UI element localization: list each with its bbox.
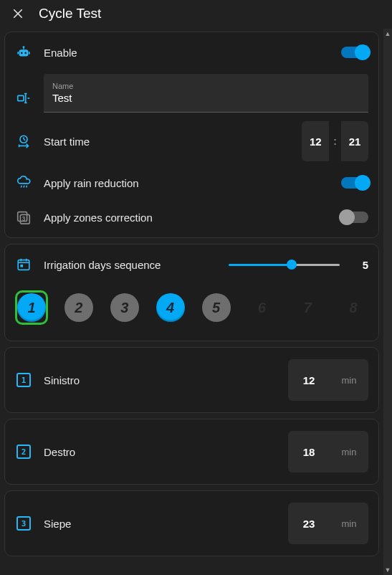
zone-duration-value: 12 <box>288 374 330 386</box>
day-chip-wrap-2: 2 <box>64 290 94 325</box>
svg-line-21 <box>27 186 27 188</box>
zone-name: Destro <box>44 446 277 458</box>
close-button[interactable] <box>10 6 26 22</box>
zone-duration-input[interactable]: 12min <box>288 359 368 401</box>
day-chip-5[interactable]: 5 <box>202 293 231 322</box>
svg-rect-9 <box>18 95 24 100</box>
svg-rect-7 <box>17 52 19 54</box>
zones-correction-label: Apply zones correction <box>44 212 330 224</box>
zone-index-icon: 1 <box>16 373 31 387</box>
zone-duration-unit: min <box>330 518 368 529</box>
zone-row-3: 3Siepe23min <box>5 494 378 553</box>
zone-duration-input[interactable]: 23min <box>288 503 368 544</box>
row-sequence: Irrigation days sequence 5 <box>5 247 378 282</box>
calendar-icon <box>16 257 32 272</box>
name-input[interactable]: Name Test <box>44 74 368 113</box>
day-chip-wrap-6: 6 <box>247 290 277 325</box>
enable-label: Enable <box>44 47 330 59</box>
day-chip-wrap-8: 8 <box>338 290 368 325</box>
sequence-card: Irrigation days sequence 5 12345678 <box>4 244 379 341</box>
day-chip-wrap-4: 4 <box>156 290 186 325</box>
day-chip-4[interactable]: 4 <box>156 293 185 322</box>
svg-line-20 <box>24 186 24 188</box>
day-chips: 12345678 <box>5 282 378 338</box>
start-time-hour[interactable]: 12 <box>302 121 329 161</box>
zone-duration-value: 23 <box>288 518 330 530</box>
start-time-label: Start time <box>44 136 290 148</box>
header: Cycle Test <box>0 0 383 32</box>
zone-card-2: 2Destro18min <box>4 419 379 485</box>
zones-correction-toggle[interactable] <box>341 212 368 223</box>
zone-duration-input[interactable]: 18min <box>288 431 368 472</box>
start-time-minute[interactable]: 21 <box>341 121 368 161</box>
zones-correction-icon: 3 <box>16 209 32 225</box>
rain-toggle[interactable] <box>341 177 368 189</box>
scrollbar-down-arrow[interactable]: ▼ <box>383 565 392 575</box>
rain-label: Apply rain reduction <box>44 177 330 189</box>
row-start-time: Start time 12 : 21 <box>5 117 378 166</box>
name-field-value: Test <box>52 92 360 104</box>
scrollbar-up-arrow[interactable]: ▲ <box>383 29 392 39</box>
zone-name: Sinistro <box>44 374 277 386</box>
zone-duration-value: 18 <box>288 446 330 458</box>
day-chip-wrap-1: 1 <box>15 290 48 325</box>
close-icon <box>11 7 24 20</box>
svg-line-19 <box>21 186 21 188</box>
zone-index-icon: 3 <box>16 516 31 531</box>
zone-name: Siepe <box>44 518 277 530</box>
day-chip-6[interactable]: 6 <box>247 293 276 322</box>
day-chip-3[interactable]: 3 <box>110 293 139 322</box>
row-zones-correction: 3 Apply zones correction <box>5 200 378 234</box>
day-chip-1[interactable]: 1 <box>17 293 46 322</box>
day-chip-8[interactable]: 8 <box>339 293 368 322</box>
sequence-label: Irrigation days sequence <box>44 259 217 271</box>
zone-card-3: 3Siepe23min <box>4 490 379 556</box>
rename-icon <box>16 90 32 106</box>
time-colon: : <box>333 136 337 147</box>
sequence-slider[interactable] <box>229 257 340 272</box>
zone-index-icon: 2 <box>16 445 31 459</box>
svg-rect-4 <box>19 49 29 56</box>
day-chip-2[interactable]: 2 <box>64 293 93 322</box>
svg-point-6 <box>24 52 27 54</box>
name-field-label: Name <box>52 82 360 90</box>
day-chip-wrap-3: 3 <box>110 290 140 325</box>
sequence-value: 5 <box>351 259 368 271</box>
row-rain: Apply rain reduction <box>5 166 378 200</box>
svg-text:3: 3 <box>22 216 26 222</box>
zone-row-2: 2Destro18min <box>5 422 378 481</box>
svg-rect-29 <box>20 265 23 267</box>
zone-duration-unit: min <box>330 447 368 457</box>
scrollbar[interactable]: ▲ ▼ <box>383 29 392 575</box>
row-enable: Enable <box>5 35 378 70</box>
settings-card: Enable <box>4 32 379 238</box>
robot-icon <box>16 44 32 60</box>
row-name: Name Test <box>5 70 378 117</box>
svg-point-5 <box>21 52 23 54</box>
rain-icon <box>16 175 32 191</box>
start-time-icon <box>16 133 32 149</box>
zone-card-1: 1Sinistro12min <box>4 347 379 413</box>
svg-line-16 <box>24 139 25 140</box>
svg-rect-25 <box>18 260 29 270</box>
day-chip-7[interactable]: 7 <box>293 293 322 322</box>
svg-rect-3 <box>23 48 24 50</box>
start-time-picker[interactable]: 12 : 21 <box>302 121 368 161</box>
svg-rect-8 <box>29 52 30 54</box>
page-title: Cycle Test <box>39 6 101 22</box>
zone-duration-unit: min <box>330 375 368 386</box>
enable-toggle[interactable] <box>341 47 368 58</box>
zone-row-1: 1Sinistro12min <box>5 351 378 409</box>
day-chip-wrap-5: 5 <box>201 290 231 325</box>
day-chip-wrap-7: 7 <box>292 290 322 325</box>
